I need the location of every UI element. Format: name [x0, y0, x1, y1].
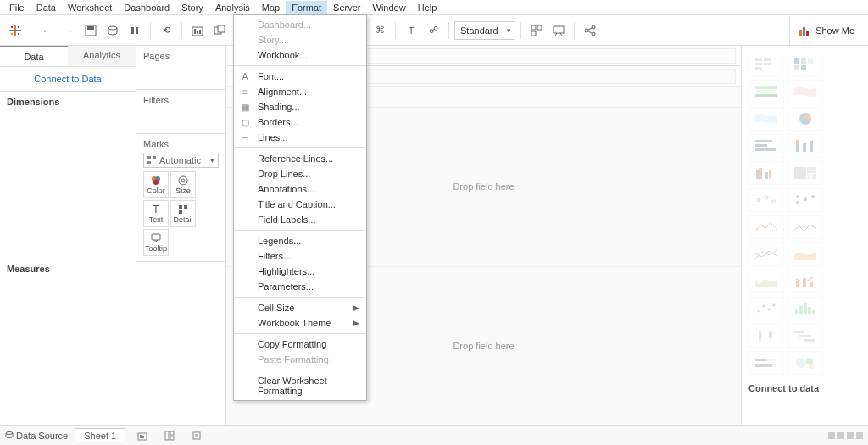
duplicate-button[interactable]: [209, 20, 230, 41]
viz-dual-line[interactable]: [748, 242, 784, 266]
data-source-tab[interactable]: Data Source: [5, 431, 68, 441]
tooltip-shelf[interactable]: Tooltip: [143, 229, 169, 256]
menu-story[interactable]: Story: [175, 1, 209, 14]
svg-rect-98: [808, 307, 811, 314]
svg-rect-67: [755, 144, 767, 147]
presentation-mode-button[interactable]: [548, 20, 569, 41]
viz-dual-combination[interactable]: [787, 270, 823, 293]
viz-text-table[interactable]: [748, 53, 784, 76]
menu-file[interactable]: File: [3, 1, 31, 14]
menu-map[interactable]: Map: [256, 1, 286, 14]
dd-highlighters[interactable]: Highlighters...: [234, 264, 366, 279]
viz-line-continuous[interactable]: [748, 215, 784, 239]
viz-histogram[interactable]: [787, 297, 823, 320]
viz-box-plot[interactable]: [748, 324, 784, 348]
menu-server[interactable]: Server: [327, 1, 366, 14]
new-story-tab-button[interactable]: [186, 426, 207, 446]
dd-alignment[interactable]: ≡Alignment...: [234, 84, 366, 99]
show-me-button[interactable]: Show Me: [789, 16, 863, 45]
viz-area-continuous[interactable]: [787, 242, 823, 266]
status-view-pips[interactable]: [828, 432, 863, 439]
viz-filled-map[interactable]: [748, 107, 784, 131]
detail-shelf[interactable]: Detail: [170, 200, 196, 227]
save-button[interactable]: [81, 20, 101, 41]
new-worksheet-tab-button[interactable]: [132, 426, 153, 446]
viz-horizontal-bar[interactable]: [748, 134, 784, 158]
connect-to-data-link[interactable]: Connect to Data: [0, 67, 136, 92]
viz-line-discrete[interactable]: [787, 215, 823, 239]
dd-workbook-theme[interactable]: Workbook Theme▶: [234, 315, 366, 331]
viz-heat-map[interactable]: [787, 53, 823, 76]
menu-format[interactable]: Format: [286, 1, 327, 14]
viz-bullet[interactable]: [748, 351, 784, 375]
fix-axes-button[interactable]: ☍: [423, 20, 443, 41]
viz-gantt[interactable]: [787, 324, 823, 348]
svg-rect-90: [810, 282, 813, 287]
viz-scatter[interactable]: [748, 297, 784, 320]
dd-reference-lines[interactable]: Reference Lines...: [234, 151, 366, 166]
tableau-logo-icon[interactable]: [5, 20, 25, 41]
svg-rect-52: [755, 58, 762, 61]
menu-analysis[interactable]: Analysis: [209, 1, 256, 14]
menu-window[interactable]: Window: [367, 1, 412, 14]
dd-drop-lines[interactable]: Drop Lines...: [234, 166, 366, 181]
svg-rect-2: [11, 26, 13, 28]
viz-symbol-map[interactable]: [787, 80, 823, 103]
viz-circle-views[interactable]: [748, 188, 784, 212]
viz-stacked-bar[interactable]: [787, 134, 823, 158]
back-button[interactable]: ←: [36, 20, 57, 41]
new-dashboard-tab-button[interactable]: [159, 426, 180, 446]
dd-lines[interactable]: ─Lines...: [234, 130, 366, 145]
viz-highlight-table[interactable]: [748, 80, 784, 103]
tab-data[interactable]: Data: [0, 46, 68, 66]
dd-font[interactable]: AFont...: [234, 69, 366, 84]
dd-filters[interactable]: Filters...: [234, 248, 366, 264]
dd-annotations[interactable]: Annotations...: [234, 181, 366, 197]
new-worksheet-button[interactable]: [187, 20, 208, 41]
viz-pie[interactable]: [787, 107, 823, 131]
statusbar: Data Source Sheet 1: [0, 425, 868, 445]
dd-clear-formatting[interactable]: Clear Worksheet Formatting: [234, 373, 366, 398]
menu-data[interactable]: Data: [31, 1, 62, 14]
menu-dashboard[interactable]: Dashboard: [118, 1, 175, 14]
pause-auto-updates-button[interactable]: [125, 20, 145, 41]
share-button[interactable]: [580, 20, 600, 41]
svg-rect-29: [554, 26, 564, 33]
filters-card[interactable]: Filters: [136, 90, 225, 134]
pages-card[interactable]: Pages: [136, 46, 225, 90]
viz-treemap[interactable]: [787, 161, 823, 185]
borders-icon: ▢: [239, 118, 251, 127]
dd-copy-formatting[interactable]: Copy Formatting: [234, 337, 366, 352]
group-button[interactable]: ⌘: [370, 20, 390, 41]
dd-title-caption[interactable]: Title and Caption...: [234, 197, 366, 212]
sheet-tab[interactable]: Sheet 1: [75, 428, 125, 442]
mark-type-select[interactable]: Automatic: [143, 153, 219, 168]
fit-mode-select[interactable]: Standard: [454, 21, 515, 40]
new-data-source-button[interactable]: [103, 20, 123, 41]
viz-side-by-side-bar[interactable]: [748, 161, 784, 185]
dd-borders[interactable]: ▢Borders...: [234, 114, 366, 130]
dd-workbook[interactable]: Workbook...: [234, 47, 366, 63]
svg-rect-96: [799, 306, 803, 314]
dd-parameters[interactable]: Parameters...: [234, 279, 366, 294]
svg-rect-50: [179, 210, 182, 214]
dd-legends[interactable]: Legends...: [234, 233, 366, 248]
viz-packed-bubbles[interactable]: [787, 351, 823, 375]
refresh-button[interactable]: ⟲: [156, 20, 176, 41]
menu-worksheet[interactable]: Worksheet: [62, 1, 118, 14]
tab-analytics[interactable]: Analytics: [68, 46, 136, 66]
show-hide-cards-button[interactable]: [526, 20, 547, 41]
show-mark-labels-button[interactable]: T: [401, 20, 421, 41]
dd-cell-size[interactable]: Cell Size▶: [234, 300, 366, 315]
dd-shading[interactable]: ▦Shading...: [234, 99, 366, 114]
svg-rect-26: [531, 25, 536, 30]
forward-button[interactable]: →: [58, 20, 79, 41]
dd-field-labels[interactable]: Field Labels...: [234, 212, 366, 227]
size-shelf[interactable]: Size: [170, 171, 196, 198]
menu-help[interactable]: Help: [412, 1, 443, 14]
text-shelf[interactable]: TText: [143, 200, 169, 227]
color-shelf[interactable]: Color: [143, 171, 169, 198]
viz-area-discrete[interactable]: [748, 270, 784, 293]
viz-side-by-side-circles[interactable]: [787, 188, 823, 212]
cards-pane: Pages Filters Marks Automatic Color Size…: [136, 46, 226, 425]
